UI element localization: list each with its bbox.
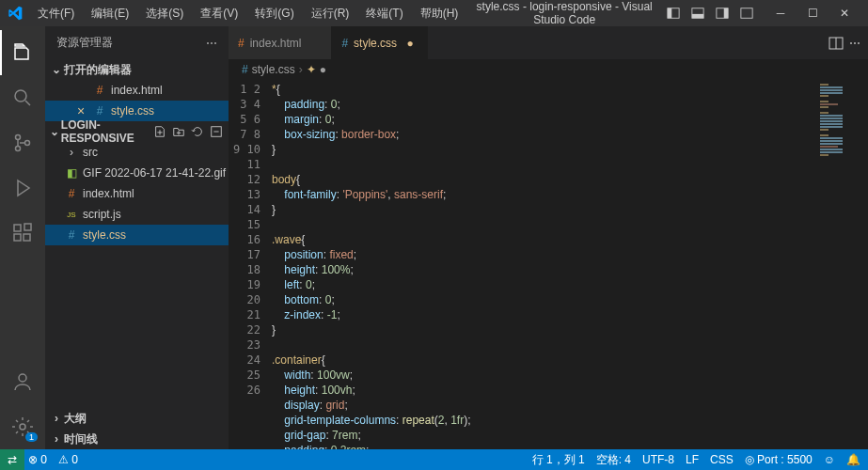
panel-left-icon[interactable] [663,3,684,24]
timeline-section[interactable]: › 时间线 [45,429,229,449]
minimap[interactable] [816,80,868,449]
minimize-button[interactable]: ─ [765,0,797,26]
tab-label: index.html [250,37,302,50]
split-editor-icon[interactable] [829,36,844,51]
account-activity-icon[interactable] [0,359,45,404]
file-icon: # [92,104,107,118]
svg-rect-6 [741,8,752,19]
tab-close-icon[interactable]: ● [402,37,418,50]
maximize-button[interactable]: ☐ [797,0,829,26]
chevron-right-icon: › [49,412,64,425]
file-name: GIF 2022-06-17 21-41-22.gif [83,166,226,180]
chevron-down-icon: ⌄ [49,63,64,76]
tree-item[interactable]: ◧GIF 2022-06-17 21-41-22.gif [45,163,229,183]
svg-rect-13 [14,234,21,241]
menu-item[interactable]: 编辑(E) [84,2,136,25]
close-editor-icon[interactable]: × [73,103,88,118]
search-activity-icon[interactable] [0,75,45,120]
sidebar: 资源管理器 ⋯ ⌄ 打开的编辑器 #index.html×#style.css … [45,26,229,449]
explorer-activity-icon[interactable] [0,30,45,75]
window-title: style.css - login-responsive - Visual St… [466,0,663,26]
timeline-label: 时间线 [64,431,98,447]
chevron-right-icon: › [49,432,64,446]
activity-bar: 1 [0,26,45,449]
tree-item[interactable]: JSscript.js [45,204,229,225]
file-name: style.css [83,228,126,242]
errors-status[interactable]: ⊗ 0 [28,453,47,466]
file-icon: ◧ [64,166,79,180]
refresh-icon[interactable] [189,123,206,140]
outline-label: 大纲 [64,411,87,427]
line-numbers: 1 2 3 4 5 6 7 8 9 10 11 12 13 14 15 16 1… [229,80,272,449]
warnings-status[interactable]: ⚠ 0 [58,453,78,466]
open-editors-label: 打开的编辑器 [64,62,132,78]
chevron-right-icon: › [64,146,79,159]
tree-item[interactable]: #style.css [45,225,229,245]
menu-item[interactable]: 选择(S) [138,2,191,25]
code-content[interactable]: *{ padding: 0; margin: 0; box-sizing: bo… [272,80,816,449]
open-editors-section[interactable]: ⌄ 打开的编辑器 [45,59,229,80]
encoding-status[interactable]: UTF-8 [642,453,674,466]
language-status[interactable]: CSS [710,453,734,466]
editor-tab[interactable]: #style.css● [332,26,428,59]
editor-tab[interactable]: #index.html [229,26,332,59]
settings-activity-icon[interactable]: 1 [0,404,45,449]
file-icon: # [238,37,245,50]
new-file-icon[interactable] [151,123,168,140]
sidebar-more-icon[interactable]: ⋯ [206,37,217,50]
live-server-status[interactable]: ◎ Port : 5500 [745,453,813,466]
panel-bottom-icon[interactable] [687,3,708,24]
outline-section[interactable]: › 大纲 [45,408,229,429]
tabs-bar: #index.html#style.css● ⋯ [229,26,868,59]
file-name: index.html [83,187,134,200]
feedback-icon[interactable]: ☺ [824,453,835,466]
menu-item[interactable]: 终端(T) [358,2,410,25]
file-icon: # [341,37,348,50]
menu-item[interactable]: 文件(F) [30,2,82,25]
close-button[interactable]: ✕ [829,0,860,26]
folder-section[interactable]: ⌄ LOGIN-RESPONSIVE [45,121,229,142]
file-icon: JS [64,211,79,219]
file-name: index.html [111,84,163,97]
svg-point-10 [16,147,21,151]
folder-name: src [83,146,98,159]
debug-activity-icon[interactable] [0,165,45,211]
indentation-status[interactable]: 空格: 4 [596,452,631,468]
notifications-icon[interactable]: 🔔 [846,453,860,466]
extensions-activity-icon[interactable] [0,211,45,256]
svg-point-17 [20,424,25,430]
folder-label: LOGIN-RESPONSIVE [61,118,151,145]
eol-status[interactable]: LF [686,453,699,466]
panel-right-icon[interactable] [712,3,733,24]
sidebar-title: 资源管理器 ⋯ [45,26,229,59]
new-folder-icon[interactable] [170,123,187,140]
more-actions-icon[interactable]: ⋯ [849,37,860,50]
svg-rect-3 [692,14,703,18]
remote-indicator[interactable]: ⇄ [0,449,24,470]
menu-item[interactable]: 转到(G) [247,2,301,25]
collapse-icon[interactable] [208,123,225,140]
menu-item[interactable]: 查看(V) [193,2,245,25]
tree-item[interactable]: #index.html [45,183,229,204]
menu-item[interactable]: 运行(R) [304,2,357,25]
status-bar: ⇄ ⊗ 0 ⚠ 0 行 1，列 1 空格: 4 UTF-8 LF CSS ◎ P… [0,449,868,470]
file-icon: # [64,228,79,242]
menu-item[interactable]: 帮助(H) [413,2,466,25]
svg-rect-15 [24,224,31,230]
svg-rect-12 [14,225,21,231]
editor-body[interactable]: 1 2 3 4 5 6 7 8 9 10 11 12 13 14 15 16 1… [229,80,868,449]
open-editor-item[interactable]: #index.html [45,80,229,101]
breadcrumb-file[interactable]: style.css [252,63,295,76]
file-name: style.css [111,104,154,118]
cursor-position[interactable]: 行 1，列 1 [532,452,585,468]
title-controls [663,3,757,24]
scm-activity-icon[interactable] [0,120,45,165]
tree-item[interactable]: ›src [45,142,229,163]
svg-rect-1 [668,8,671,19]
breadcrumbs[interactable]: # style.css › ✦ ● [229,59,868,80]
css-file-icon: # [242,63,248,76]
tab-label: style.css [354,37,397,50]
file-icon: # [92,84,107,97]
layout-icon[interactable] [736,3,757,24]
svg-point-9 [16,135,21,140]
